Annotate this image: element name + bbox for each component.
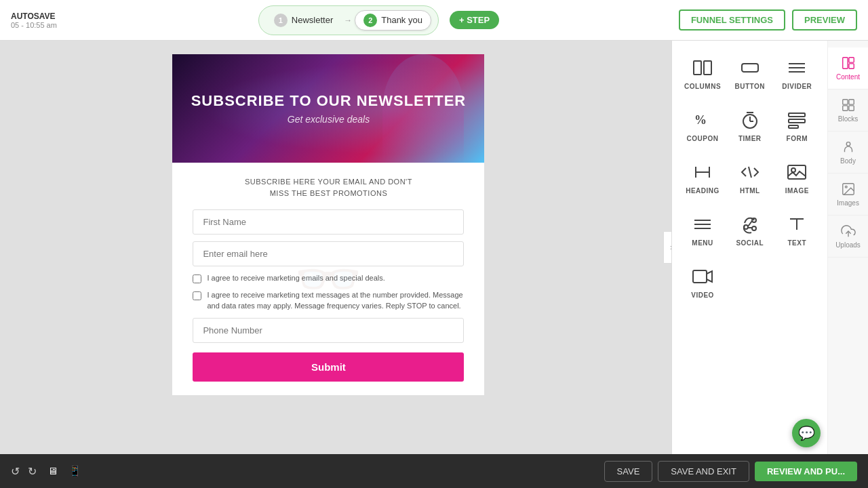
submit-button[interactable]: Submit [193, 352, 464, 382]
svg-point-25 [752, 226, 756, 230]
step-navigator: 1 Newsletter → 2 Thank you [258, 5, 439, 35]
tab-uploads[interactable]: Uploads [828, 216, 868, 258]
top-right-actions: FUNNEL SETTINGS PREVIEW [679, 9, 857, 30]
block-form[interactable]: FORM [774, 100, 821, 152]
collapse-handle[interactable]: › [663, 231, 671, 264]
step-1[interactable]: 1 Newsletter [266, 11, 341, 30]
body-icon [841, 140, 856, 155]
content-icon [841, 56, 856, 70]
heading-icon [692, 161, 713, 183]
tab-content[interactable]: Content [828, 47, 868, 89]
chat-bubble[interactable]: 💬 [792, 419, 821, 447]
tab-images[interactable]: Images [828, 174, 868, 216]
block-heading[interactable]: HEADING [679, 152, 726, 204]
redo-icon[interactable]: ↻ [28, 465, 37, 478]
email-input[interactable] [193, 241, 464, 266]
step-arrow: → [344, 16, 352, 25]
block-text[interactable]: TEXT [774, 204, 821, 256]
svg-point-40 [845, 186, 847, 188]
video-icon [692, 266, 713, 287]
svg-rect-33 [848, 64, 853, 68]
right-panel-tabs: Content Blocks Body [827, 41, 868, 454]
svg-rect-30 [693, 270, 707, 283]
checkbox-1-label: I agree to receive marketing emails and … [207, 273, 384, 283]
desktop-device-button[interactable]: 🖥 [45, 462, 60, 480]
preview-button[interactable]: PREVIEW [792, 9, 857, 30]
uploads-icon [841, 224, 856, 239]
checkbox-marketing-email[interactable] [193, 274, 201, 283]
bottom-bar: ↺ ↻ 🖥 📱 SAVE SAVE AND EXIT REVIEW AND PU… [0, 454, 868, 488]
block-divider[interactable]: DIVIDER [774, 47, 821, 100]
step-2-number: 2 [363, 14, 377, 27]
divider-icon [786, 57, 808, 79]
block-timer-label: TIMER [738, 135, 762, 142]
hero-title: SUBSCRIBE TO OUR NEWSLETTER [191, 92, 467, 110]
block-social[interactable]: SOCIAL [726, 204, 773, 256]
svg-rect-2 [742, 64, 758, 72]
checkbox-row-1: I agree to receive marketing emails and … [193, 273, 464, 283]
step-2[interactable]: 2 Thank you [355, 10, 431, 30]
block-heading-label: HEADING [686, 187, 719, 195]
form-icon [786, 109, 808, 131]
block-columns[interactable]: COLUMNS [679, 47, 726, 100]
svg-rect-1 [704, 61, 711, 75]
block-social-label: SOCIAL [736, 239, 764, 247]
form-tagline: SUBSCRIBE HERE YOUR EMAIL AND DON'T MISS… [193, 176, 464, 199]
first-name-input[interactable] [193, 209, 464, 235]
block-html-label: HTML [740, 187, 760, 195]
block-menu[interactable]: MENU [679, 204, 726, 256]
block-timer[interactable]: TIMER [726, 100, 773, 152]
step-1-label: Newsletter [292, 15, 333, 25]
svg-rect-34 [842, 100, 847, 104]
block-video[interactable]: VIDEO [679, 256, 726, 308]
checkbox-row-2: I agree to receive marketing text messag… [193, 290, 464, 311]
form-tagline-line2: MISS THE BEST PROMOTIONS [270, 189, 388, 197]
funnel-settings-button[interactable]: FUNNEL SETTINGS [679, 9, 785, 30]
canvas-scroll[interactable]: SUBSCRIBE TO OUR NEWSLETTER Get exclusiv… [0, 41, 671, 454]
svg-text:%: % [694, 113, 707, 127]
image-icon [786, 161, 808, 183]
svg-rect-12 [789, 119, 805, 123]
canvas-inner: SUBSCRIBE TO OUR NEWSLETTER Get exclusiv… [14, 54, 658, 407]
svg-line-26 [748, 221, 752, 226]
form-tagline-line1: SUBSCRIBE HERE YOUR EMAIL AND DON'T [245, 178, 412, 186]
menu-icon [692, 214, 713, 235]
phone-input[interactable] [193, 318, 464, 343]
checkbox-2-label: I agree to receive marketing text messag… [207, 290, 464, 311]
add-step-button[interactable]: + STEP [450, 11, 499, 29]
svg-rect-0 [694, 61, 701, 75]
block-button-label: BUTTON [735, 83, 765, 90]
svg-rect-35 [848, 100, 853, 104]
block-divider-label: DIVIDER [782, 83, 812, 90]
svg-rect-37 [848, 106, 853, 110]
block-menu-label: MENU [692, 239, 713, 247]
blocks-panel: COLUMNS BUTTON [671, 41, 827, 454]
mobile-device-button[interactable]: 📱 [66, 462, 84, 480]
block-columns-label: COLUMNS [684, 83, 721, 90]
autosave-area: AUTOSAVE 05 - 10:55 am [11, 12, 79, 29]
blocks-icon [841, 98, 856, 113]
tab-body[interactable]: Body [828, 131, 868, 174]
main-layout: SUBSCRIBE TO OUR NEWSLETTER Get exclusiv… [0, 41, 868, 454]
timer-icon [739, 109, 761, 131]
coupon-icon: % [692, 109, 713, 131]
svg-rect-18 [788, 165, 806, 179]
checkbox-marketing-sms[interactable] [193, 291, 201, 300]
svg-rect-11 [789, 113, 805, 117]
svg-point-38 [846, 142, 850, 146]
block-coupon[interactable]: % COUPON [679, 100, 726, 152]
blocks-grid: COLUMNS BUTTON [672, 41, 827, 315]
svg-line-17 [749, 167, 751, 178]
save-button[interactable]: SAVE [604, 461, 653, 482]
save-exit-button[interactable]: SAVE AND EXIT [658, 461, 749, 482]
canvas-area: SUBSCRIBE TO OUR NEWSLETTER Get exclusiv… [0, 41, 671, 454]
review-publish-button[interactable]: REVIEW AND PU... [755, 462, 857, 481]
block-image[interactable]: IMAGE [774, 152, 821, 204]
refresh-icon[interactable]: ↺ [11, 465, 20, 478]
text-icon [786, 214, 808, 235]
button-icon [739, 57, 761, 79]
tab-blocks[interactable]: Blocks [828, 89, 868, 131]
block-button[interactable]: BUTTON [726, 47, 773, 100]
svg-rect-32 [848, 58, 853, 62]
block-html[interactable]: HTML [726, 152, 773, 204]
